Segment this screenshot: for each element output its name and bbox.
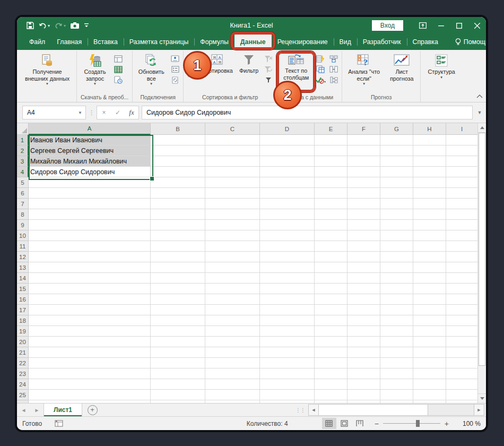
cell-h12[interactable] <box>413 252 446 262</box>
cell-d26[interactable] <box>260 400 315 403</box>
cell-d21[interactable] <box>260 347 315 358</box>
cell-b4[interactable] <box>151 167 205 177</box>
new-query-button[interactable]: Создать запрос ▾ <box>79 52 111 93</box>
cell-a2[interactable]: Сергеев Сергей Сергеевич <box>29 145 151 156</box>
scroll-left-icon[interactable]: ◄ <box>309 405 319 415</box>
cell-d23[interactable] <box>260 368 315 379</box>
row-header-7[interactable]: 7 <box>17 199 29 209</box>
cell-i8[interactable] <box>446 209 478 220</box>
cell-g14[interactable] <box>380 273 413 284</box>
cell-e11[interactable] <box>315 241 347 252</box>
cell-f3[interactable] <box>347 156 380 167</box>
cell-c14[interactable] <box>205 273 260 284</box>
zoom-slider[interactable] <box>383 423 440 424</box>
cell-d5[interactable] <box>260 177 315 188</box>
cell-g13[interactable] <box>380 262 413 273</box>
cell-d9[interactable] <box>260 220 315 230</box>
cell-d10[interactable] <box>260 230 315 241</box>
cell-a25[interactable] <box>29 390 151 400</box>
cell-a26[interactable] <box>29 400 151 403</box>
cell-e3[interactable] <box>315 156 347 167</box>
cell-a1[interactable]: Иванов Иван Иванович <box>29 135 151 145</box>
cell-e23[interactable] <box>315 368 347 379</box>
cell-c15[interactable] <box>205 284 260 294</box>
filter-button[interactable]: Фильтр <box>236 52 262 93</box>
cell-c17[interactable] <box>205 305 260 315</box>
from-table-icon[interactable] <box>112 64 125 74</box>
cell-i7[interactable] <box>446 199 478 209</box>
cell-c9[interactable] <box>205 220 260 230</box>
cell-b3[interactable] <box>151 156 205 167</box>
cell-i18[interactable] <box>446 315 478 326</box>
relationships-icon[interactable] <box>327 64 340 74</box>
cell-e15[interactable] <box>315 284 347 294</box>
cell-e12[interactable] <box>315 252 347 262</box>
cell-c21[interactable] <box>205 347 260 358</box>
tab-data[interactable]: Данные <box>234 34 272 50</box>
cell-i1[interactable] <box>446 135 478 145</box>
cell-f7[interactable] <box>347 199 380 209</box>
cell-a20[interactable] <box>29 337 151 347</box>
cell-b21[interactable] <box>151 347 205 358</box>
row-header-25[interactable]: 25 <box>17 390 29 400</box>
cell-i5[interactable] <box>446 177 478 188</box>
cell-e26[interactable] <box>315 400 347 403</box>
cell-h24[interactable] <box>413 379 446 390</box>
cell-h10[interactable] <box>413 230 446 241</box>
minimize-button[interactable] <box>432 17 450 34</box>
cell-g6[interactable] <box>380 188 413 199</box>
cell-g3[interactable] <box>380 156 413 167</box>
cell-f24[interactable] <box>347 379 380 390</box>
cell-h14[interactable] <box>413 273 446 284</box>
cell-b26[interactable] <box>151 400 205 403</box>
cell-b15[interactable] <box>151 284 205 294</box>
cell-a19[interactable] <box>29 326 151 337</box>
cell-e2[interactable] <box>315 145 347 156</box>
undo-icon[interactable]: ▾ <box>39 22 50 29</box>
cell-h5[interactable] <box>413 177 446 188</box>
page-layout-view-button[interactable] <box>337 418 352 429</box>
cell-b14[interactable] <box>151 273 205 284</box>
cell-f20[interactable] <box>347 337 380 347</box>
row-header-3[interactable]: 3 <box>17 156 29 167</box>
show-queries-icon[interactable] <box>112 54 125 64</box>
vertical-scroll-thumb[interactable] <box>479 133 485 366</box>
cell-f12[interactable] <box>347 252 380 262</box>
new-sheet-button[interactable]: + <box>82 404 102 416</box>
cell-a8[interactable] <box>29 209 151 220</box>
cell-g8[interactable] <box>380 209 413 220</box>
cell-i14[interactable] <box>446 273 478 284</box>
horizontal-scrollbar[interactable]: ◄ ► <box>308 404 484 416</box>
tabbar-splitter[interactable]: ⋮⋮ <box>296 407 305 413</box>
camera-icon[interactable] <box>71 22 79 29</box>
cell-d4[interactable] <box>260 167 315 177</box>
cell-a17[interactable] <box>29 305 151 315</box>
cell-b11[interactable] <box>151 241 205 252</box>
cell-g15[interactable] <box>380 284 413 294</box>
column-header-i[interactable]: I <box>446 123 478 135</box>
sheet-tab-list1[interactable]: Лист1 <box>44 404 82 416</box>
cell-e5[interactable] <box>315 177 347 188</box>
name-box[interactable]: A4 ▼ <box>22 106 86 119</box>
cell-e22[interactable] <box>315 358 347 368</box>
formula-input[interactable]: Сидоров Сидор Сидорович <box>142 106 473 119</box>
cell-f21[interactable] <box>347 347 380 358</box>
cell-f16[interactable] <box>347 294 380 305</box>
cell-i9[interactable] <box>446 220 478 230</box>
cell-f19[interactable] <box>347 326 380 337</box>
recent-sources-icon[interactable] <box>112 75 125 85</box>
row-header-18[interactable]: 18 <box>17 315 29 326</box>
cell-e13[interactable] <box>315 262 347 273</box>
cell-e24[interactable] <box>315 379 347 390</box>
cell-g16[interactable] <box>380 294 413 305</box>
cell-i21[interactable] <box>446 347 478 358</box>
cell-b23[interactable] <box>151 368 205 379</box>
cell-h25[interactable] <box>413 390 446 400</box>
cell-b5[interactable] <box>151 177 205 188</box>
tab-review[interactable]: Рецензирование <box>272 34 334 50</box>
zoom-slider-thumb[interactable] <box>416 420 420 427</box>
cell-e7[interactable] <box>315 199 347 209</box>
cell-g5[interactable] <box>380 177 413 188</box>
cell-g9[interactable] <box>380 220 413 230</box>
cell-g7[interactable] <box>380 199 413 209</box>
